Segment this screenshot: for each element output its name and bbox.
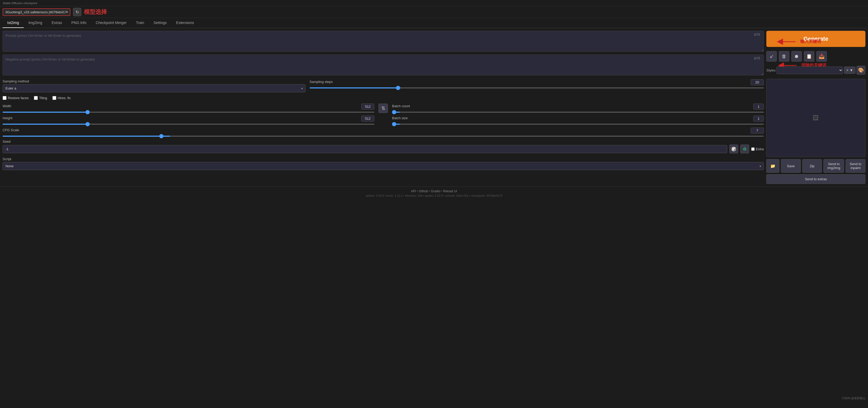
restore-faces-input[interactable] <box>3 96 6 100</box>
styles-apply-button[interactable]: 🎨 <box>857 66 865 75</box>
chevron-down-icon: ▼ <box>849 68 853 72</box>
batch-count-label: Batch count <box>392 104 410 108</box>
tech-info: python: 3.10.9 • torch: 1.12.1 • xformer… <box>3 194 865 197</box>
footer: API • Github • Gradio • Reload UI python… <box>0 186 868 200</box>
negative-prompt-counter: 0/75 <box>752 56 762 61</box>
restore-faces-checkbox[interactable]: Restore faces <box>3 96 29 100</box>
brush-icon: 🎨 <box>858 67 864 73</box>
prompt-input[interactable] <box>3 31 764 52</box>
send-to-extras-button[interactable]: Send to extras <box>766 174 865 184</box>
seed-input[interactable] <box>3 145 727 153</box>
sampling-method-select[interactable]: Euler a <box>3 84 306 92</box>
watermark: CSDN @洛阳泰山 <box>842 396 865 400</box>
styles-label: Styles <box>766 68 775 72</box>
seed-label: Seed <box>3 140 764 144</box>
swap-dimensions-button[interactable]: ⇅ <box>378 104 388 113</box>
extra-checkbox[interactable]: Extra <box>751 147 764 151</box>
generate-button[interactable]: Generate <box>766 31 865 47</box>
tab-checkpoint-merger[interactable]: Checkpoint Merger <box>91 18 131 28</box>
hires-fix-label: Hires. fix <box>58 96 71 100</box>
refresh-checkpoint-button[interactable]: ↻ <box>73 8 81 16</box>
extra-input[interactable] <box>751 147 754 151</box>
height-label: Height <box>3 116 12 120</box>
tabs-bar: txt2img img2img Extras PNG Info Checkpoi… <box>0 18 868 28</box>
image-placeholder-icon: 🖼 <box>813 114 819 122</box>
save-button[interactable]: Save <box>781 159 801 173</box>
width-label: Width <box>3 104 11 108</box>
recycle-icon: ♻ <box>743 147 747 151</box>
tab-extensions[interactable]: Extensions <box>172 18 198 28</box>
record-button[interactable]: ⏺ <box>792 51 802 62</box>
checkpoint-select-wrapper: 3Guofeng3_v33.safetensors [4078eb4174] <box>3 8 70 16</box>
record-icon: ⏺ <box>794 54 799 59</box>
copy-button[interactable]: 📋 <box>804 51 814 62</box>
trash-button[interactable]: 🗑 <box>779 51 789 62</box>
sampling-method-label: Sampling method <box>3 79 306 83</box>
swap-icon: ⇅ <box>381 106 385 111</box>
gradio-link[interactable]: Gradio <box>431 190 440 193</box>
arrow-down-icon: ↙ <box>770 54 774 59</box>
styles-clear-button[interactable]: × ▼ <box>844 66 856 74</box>
batch-size-slider[interactable] <box>392 124 764 125</box>
negative-prompt-input[interactable] <box>3 55 764 76</box>
checkpoint-select[interactable]: 3Guofeng3_v33.safetensors [4078eb4174] <box>3 8 70 16</box>
send-to-img2img-button[interactable]: Send to img2img <box>824 159 844 173</box>
sd-checkpoint-label: Stable Diffusion checkpoint <box>3 2 37 5</box>
batch-size-label: Batch size <box>392 116 408 120</box>
sampling-steps-value[interactable]: 20 <box>751 79 764 85</box>
tab-txt2img[interactable]: txt2img <box>3 18 24 28</box>
batch-count-value[interactable]: 1 <box>753 104 764 110</box>
sampling-steps-label: Sampling steps <box>310 80 333 84</box>
script-select[interactable]: None <box>3 162 764 170</box>
extra-label: Extra <box>756 147 764 151</box>
reload-ui-link[interactable]: Reload UI <box>443 190 457 193</box>
cfg-scale-value[interactable]: 7 <box>751 127 764 134</box>
tiling-label: Tiling <box>39 96 47 100</box>
seed-recycle-button[interactable]: ♻ <box>740 145 749 153</box>
hires-fix-checkbox[interactable]: Hires. fix <box>52 96 71 100</box>
zip-button[interactable]: Zip <box>802 159 822 173</box>
send-to-button[interactable]: ↙ <box>766 51 777 62</box>
height-slider[interactable] <box>3 124 374 125</box>
width-value[interactable]: 512 <box>361 104 374 110</box>
folder-icon: 📁 <box>770 164 775 168</box>
cfg-scale-slider[interactable] <box>3 136 764 137</box>
tab-extras[interactable]: Extras <box>47 18 67 28</box>
tiling-input[interactable] <box>34 96 38 100</box>
github-link[interactable]: Github <box>419 190 428 193</box>
batch-size-value[interactable]: 1 <box>753 116 764 122</box>
dice-icon: 🎲 <box>731 147 736 151</box>
tab-settings[interactable]: Settings <box>149 18 172 28</box>
restore-faces-label: Restore faces <box>8 96 29 100</box>
sampling-steps-slider[interactable] <box>310 87 764 88</box>
copy-icon: 📋 <box>806 54 812 59</box>
batch-count-slider[interactable] <box>392 112 764 113</box>
prompt-counter: 0/75 <box>752 32 762 37</box>
output-image: 🖼 <box>766 79 865 157</box>
model-title: 模型选择 <box>84 8 107 16</box>
tab-train[interactable]: Train <box>131 18 149 28</box>
tab-img2img[interactable]: img2img <box>24 18 47 28</box>
send-to-inpaint-button[interactable]: Send to inpaint <box>845 159 865 173</box>
paste-icon: 📥 <box>819 54 825 59</box>
trash-icon: 🗑 <box>782 54 786 59</box>
width-slider[interactable] <box>3 112 374 113</box>
styles-select[interactable] <box>776 66 843 74</box>
tiling-checkbox[interactable]: Tiling <box>34 96 47 100</box>
cfg-scale-label: CFG Scale <box>3 128 19 132</box>
paste-button[interactable]: 📥 <box>816 51 827 62</box>
script-label: Script <box>3 157 764 161</box>
tab-png-info[interactable]: PNG Info <box>67 18 91 28</box>
close-icon: × <box>846 68 848 72</box>
open-folder-button[interactable]: 📁 <box>766 159 779 173</box>
seed-dice-button[interactable]: 🎲 <box>729 145 738 153</box>
refresh-icon: ↻ <box>75 10 79 14</box>
api-link[interactable]: API <box>411 190 416 193</box>
hires-fix-input[interactable] <box>52 96 56 100</box>
height-value[interactable]: 512 <box>361 116 374 122</box>
